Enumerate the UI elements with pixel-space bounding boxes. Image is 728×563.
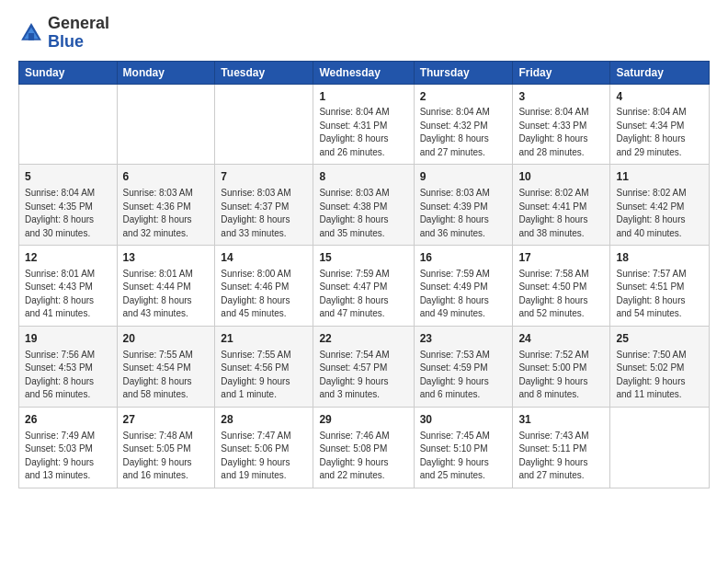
day-number: 6 bbox=[123, 169, 210, 185]
calendar-cell: 8Sunrise: 8:03 AM Sunset: 4:38 PM Daylig… bbox=[313, 165, 414, 246]
weekday-header-friday: Friday bbox=[513, 61, 610, 84]
calendar-cell: 18Sunrise: 7:57 AM Sunset: 4:51 PM Dayli… bbox=[610, 246, 710, 327]
day-info: Sunrise: 8:03 AM Sunset: 4:39 PM Dayligh… bbox=[420, 187, 507, 240]
logo-general-text: General bbox=[48, 15, 109, 33]
day-number: 21 bbox=[221, 331, 307, 347]
calendar-cell: 3Sunrise: 8:04 AM Sunset: 4:33 PM Daylig… bbox=[513, 84, 610, 165]
calendar-cell bbox=[215, 84, 313, 165]
day-number: 16 bbox=[420, 250, 507, 266]
calendar-cell: 20Sunrise: 7:55 AM Sunset: 4:54 PM Dayli… bbox=[117, 326, 215, 407]
day-number: 12 bbox=[25, 250, 111, 266]
calendar-cell: 9Sunrise: 8:03 AM Sunset: 4:39 PM Daylig… bbox=[414, 165, 513, 246]
day-info: Sunrise: 8:02 AM Sunset: 4:41 PM Dayligh… bbox=[518, 187, 604, 240]
day-number: 25 bbox=[616, 331, 703, 347]
calendar-week-row: 26Sunrise: 7:49 AM Sunset: 5:03 PM Dayli… bbox=[19, 407, 710, 488]
day-info: Sunrise: 7:57 AM Sunset: 4:51 PM Dayligh… bbox=[616, 268, 703, 321]
weekday-header-saturday: Saturday bbox=[610, 61, 710, 84]
calendar-cell: 16Sunrise: 7:59 AM Sunset: 4:49 PM Dayli… bbox=[414, 246, 513, 327]
calendar-cell: 4Sunrise: 8:04 AM Sunset: 4:34 PM Daylig… bbox=[610, 84, 710, 165]
day-number: 28 bbox=[221, 412, 307, 428]
day-info: Sunrise: 7:58 AM Sunset: 4:50 PM Dayligh… bbox=[518, 268, 604, 321]
weekday-header-sunday: Sunday bbox=[19, 61, 118, 84]
weekday-header-wednesday: Wednesday bbox=[313, 61, 414, 84]
calendar-cell: 11Sunrise: 8:02 AM Sunset: 4:42 PM Dayli… bbox=[610, 165, 710, 246]
day-number: 20 bbox=[123, 331, 210, 347]
logo: General Blue bbox=[18, 15, 109, 52]
day-number: 18 bbox=[616, 250, 703, 266]
day-number: 4 bbox=[616, 89, 703, 105]
day-info: Sunrise: 7:50 AM Sunset: 5:02 PM Dayligh… bbox=[616, 349, 703, 402]
calendar-cell: 30Sunrise: 7:45 AM Sunset: 5:10 PM Dayli… bbox=[414, 407, 513, 488]
calendar-cell: 5Sunrise: 8:04 AM Sunset: 4:35 PM Daylig… bbox=[19, 165, 118, 246]
weekday-header-thursday: Thursday bbox=[414, 61, 513, 84]
calendar-cell: 17Sunrise: 7:58 AM Sunset: 4:50 PM Dayli… bbox=[513, 246, 610, 327]
day-info: Sunrise: 8:04 AM Sunset: 4:33 PM Dayligh… bbox=[518, 106, 604, 159]
calendar-cell: 31Sunrise: 7:43 AM Sunset: 5:11 PM Dayli… bbox=[513, 407, 610, 488]
day-info: Sunrise: 8:00 AM Sunset: 4:46 PM Dayligh… bbox=[221, 268, 307, 321]
day-info: Sunrise: 7:53 AM Sunset: 4:59 PM Dayligh… bbox=[420, 349, 507, 402]
day-number: 13 bbox=[123, 250, 210, 266]
day-info: Sunrise: 7:59 AM Sunset: 4:47 PM Dayligh… bbox=[319, 268, 407, 321]
day-number: 14 bbox=[221, 250, 307, 266]
day-number: 2 bbox=[420, 89, 507, 105]
day-number: 9 bbox=[420, 169, 507, 185]
day-info: Sunrise: 7:59 AM Sunset: 4:49 PM Dayligh… bbox=[420, 268, 507, 321]
header: General Blue bbox=[18, 15, 710, 52]
calendar-week-row: 12Sunrise: 8:01 AM Sunset: 4:43 PM Dayli… bbox=[19, 246, 710, 327]
day-info: Sunrise: 7:55 AM Sunset: 4:54 PM Dayligh… bbox=[123, 349, 210, 402]
calendar-cell: 24Sunrise: 7:52 AM Sunset: 5:00 PM Dayli… bbox=[513, 326, 610, 407]
day-number: 8 bbox=[319, 169, 407, 185]
day-number: 15 bbox=[319, 250, 407, 266]
day-info: Sunrise: 8:03 AM Sunset: 4:36 PM Dayligh… bbox=[123, 187, 210, 240]
calendar-cell: 28Sunrise: 7:47 AM Sunset: 5:06 PM Dayli… bbox=[215, 407, 313, 488]
day-number: 23 bbox=[420, 331, 507, 347]
day-info: Sunrise: 7:43 AM Sunset: 5:11 PM Dayligh… bbox=[518, 430, 604, 483]
day-info: Sunrise: 7:48 AM Sunset: 5:05 PM Dayligh… bbox=[123, 430, 210, 483]
page: General Blue SundayMondayTuesdayWednesda… bbox=[0, 0, 728, 563]
logo-blue-text: Blue bbox=[48, 32, 84, 51]
calendar-cell: 26Sunrise: 7:49 AM Sunset: 5:03 PM Dayli… bbox=[19, 407, 118, 488]
day-info: Sunrise: 8:01 AM Sunset: 4:43 PM Dayligh… bbox=[25, 268, 111, 321]
day-info: Sunrise: 8:04 AM Sunset: 4:31 PM Dayligh… bbox=[319, 106, 407, 159]
calendar-cell: 6Sunrise: 8:03 AM Sunset: 4:36 PM Daylig… bbox=[117, 165, 215, 246]
calendar-cell: 23Sunrise: 7:53 AM Sunset: 4:59 PM Dayli… bbox=[414, 326, 513, 407]
calendar-cell bbox=[610, 407, 710, 488]
calendar-cell: 12Sunrise: 8:01 AM Sunset: 4:43 PM Dayli… bbox=[19, 246, 118, 327]
day-number: 24 bbox=[518, 331, 604, 347]
day-number: 27 bbox=[123, 412, 210, 428]
calendar-cell: 13Sunrise: 8:01 AM Sunset: 4:44 PM Dayli… bbox=[117, 246, 215, 327]
day-info: Sunrise: 7:52 AM Sunset: 5:00 PM Dayligh… bbox=[518, 349, 604, 402]
day-info: Sunrise: 7:56 AM Sunset: 4:53 PM Dayligh… bbox=[25, 349, 111, 402]
calendar-week-row: 1Sunrise: 8:04 AM Sunset: 4:31 PM Daylig… bbox=[19, 84, 710, 165]
day-number: 29 bbox=[319, 412, 407, 428]
calendar-cell: 27Sunrise: 7:48 AM Sunset: 5:05 PM Dayli… bbox=[117, 407, 215, 488]
svg-rect-2 bbox=[28, 33, 34, 40]
day-info: Sunrise: 7:45 AM Sunset: 5:10 PM Dayligh… bbox=[420, 430, 507, 483]
day-number: 22 bbox=[319, 331, 407, 347]
calendar-cell: 21Sunrise: 7:55 AM Sunset: 4:56 PM Dayli… bbox=[215, 326, 313, 407]
day-number: 26 bbox=[25, 412, 111, 428]
weekday-header-tuesday: Tuesday bbox=[215, 61, 313, 84]
logo-icon bbox=[18, 20, 44, 46]
day-info: Sunrise: 7:55 AM Sunset: 4:56 PM Dayligh… bbox=[221, 349, 307, 402]
day-info: Sunrise: 8:03 AM Sunset: 4:37 PM Dayligh… bbox=[221, 187, 307, 240]
calendar-week-row: 19Sunrise: 7:56 AM Sunset: 4:53 PM Dayli… bbox=[19, 326, 710, 407]
day-info: Sunrise: 7:46 AM Sunset: 5:08 PM Dayligh… bbox=[319, 430, 407, 483]
day-number: 1 bbox=[319, 89, 407, 105]
day-number: 30 bbox=[420, 412, 507, 428]
calendar-cell: 2Sunrise: 8:04 AM Sunset: 4:32 PM Daylig… bbox=[414, 84, 513, 165]
day-info: Sunrise: 8:02 AM Sunset: 4:42 PM Dayligh… bbox=[616, 187, 703, 240]
calendar-table: SundayMondayTuesdayWednesdayThursdayFrid… bbox=[18, 61, 710, 488]
calendar-cell: 1Sunrise: 8:04 AM Sunset: 4:31 PM Daylig… bbox=[313, 84, 414, 165]
day-info: Sunrise: 7:54 AM Sunset: 4:57 PM Dayligh… bbox=[319, 349, 407, 402]
day-info: Sunrise: 8:04 AM Sunset: 4:32 PM Dayligh… bbox=[420, 106, 507, 159]
calendar-cell: 19Sunrise: 7:56 AM Sunset: 4:53 PM Dayli… bbox=[19, 326, 118, 407]
calendar-cell bbox=[19, 84, 118, 165]
weekday-header-monday: Monday bbox=[117, 61, 215, 84]
calendar-cell: 7Sunrise: 8:03 AM Sunset: 4:37 PM Daylig… bbox=[215, 165, 313, 246]
calendar-cell: 15Sunrise: 7:59 AM Sunset: 4:47 PM Dayli… bbox=[313, 246, 414, 327]
day-number: 11 bbox=[616, 169, 703, 185]
calendar-cell: 25Sunrise: 7:50 AM Sunset: 5:02 PM Dayli… bbox=[610, 326, 710, 407]
day-number: 10 bbox=[518, 169, 604, 185]
day-info: Sunrise: 7:49 AM Sunset: 5:03 PM Dayligh… bbox=[25, 430, 111, 483]
